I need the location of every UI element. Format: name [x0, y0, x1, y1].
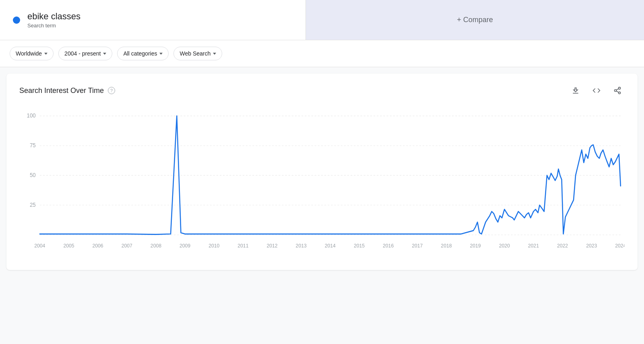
svg-text:100: 100 [27, 113, 36, 119]
section-title-area: Search Interest Over Time ? [19, 87, 115, 95]
svg-text:2009: 2009 [180, 243, 190, 249]
download-button[interactable] [568, 83, 583, 98]
svg-text:2013: 2013 [296, 243, 307, 249]
section-header: Search Interest Over Time ? [19, 83, 625, 98]
svg-text:2008: 2008 [151, 243, 161, 249]
svg-text:2006: 2006 [93, 243, 103, 249]
help-icon[interactable]: ? [108, 87, 115, 94]
main-content: Search Interest Over Time ? [6, 74, 638, 270]
svg-text:2015: 2015 [354, 243, 365, 249]
filters-bar: Worldwide 2004 - present All categories … [0, 40, 644, 67]
compare-button[interactable]: + Compare [449, 11, 501, 29]
category-chevron-icon [159, 53, 163, 55]
svg-text:2024: 2024 [615, 243, 625, 249]
svg-text:2017: 2017 [412, 243, 423, 249]
svg-text:2018: 2018 [441, 243, 452, 249]
svg-text:2019: 2019 [470, 243, 481, 249]
svg-point-2 [615, 90, 617, 92]
svg-text:2012: 2012 [266, 243, 277, 249]
svg-text:2007: 2007 [122, 243, 132, 249]
share-button[interactable] [610, 83, 625, 98]
svg-text:25: 25 [30, 202, 36, 208]
svg-point-3 [619, 92, 621, 94]
svg-text:2010: 2010 [208, 243, 219, 249]
svg-text:2005: 2005 [63, 243, 74, 249]
chart-svg: 100 75 50 25 2004 2005 2006 2007 2008 20… [19, 107, 625, 260]
embed-button[interactable] [589, 83, 604, 98]
search-term-type: Search term [27, 23, 80, 29]
svg-text:50: 50 [30, 172, 36, 178]
region-filter-label: Worldwide [16, 50, 42, 57]
search-type-filter[interactable]: Web Search [173, 47, 222, 60]
time-range-chevron-icon [103, 53, 106, 55]
svg-text:2011: 2011 [237, 243, 248, 249]
compare-card[interactable]: + Compare [306, 0, 644, 40]
search-term-name: ebike classes [27, 11, 80, 22]
svg-text:75: 75 [30, 142, 36, 148]
svg-text:2014: 2014 [325, 243, 336, 249]
search-term-text: ebike classes Search term [27, 11, 80, 29]
region-filter[interactable]: Worldwide [10, 47, 54, 60]
category-filter[interactable]: All categories [117, 47, 169, 60]
chart-container: 100 75 50 25 2004 2005 2006 2007 2008 20… [19, 107, 625, 260]
region-chevron-icon [44, 53, 47, 55]
category-filter-label: All categories [123, 50, 157, 57]
search-type-chevron-icon [213, 53, 216, 55]
svg-text:2020: 2020 [499, 243, 510, 249]
svg-line-5 [616, 89, 619, 90]
time-range-filter[interactable]: 2004 - present [58, 47, 112, 60]
svg-text:2021: 2021 [528, 243, 539, 249]
svg-point-1 [619, 87, 621, 89]
svg-text:2023: 2023 [586, 243, 597, 249]
search-term-card: ebike classes Search term [0, 0, 306, 40]
svg-text:2016: 2016 [383, 243, 394, 249]
toolbar-icons [568, 83, 625, 98]
search-type-filter-label: Web Search [180, 50, 211, 57]
section-title: Search Interest Over Time [19, 87, 104, 95]
svg-line-4 [616, 91, 619, 92]
svg-text:2022: 2022 [557, 243, 568, 249]
svg-text:2004: 2004 [34, 243, 45, 249]
time-range-filter-label: 2004 - present [64, 50, 101, 57]
term-color-dot [13, 16, 20, 24]
